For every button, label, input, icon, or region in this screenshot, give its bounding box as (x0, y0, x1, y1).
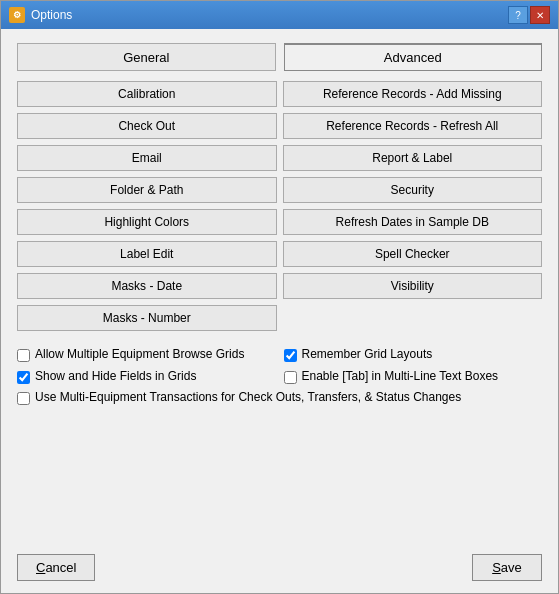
btn-report-label[interactable]: Report & Label (283, 145, 543, 171)
cancel-underline-char: C (36, 560, 45, 575)
checkbox-row-1: Allow Multiple Equipment Browse Grids Re… (17, 347, 542, 363)
tabs-row: General Advanced (17, 43, 542, 71)
footer: Cancel Save (1, 544, 558, 593)
close-button[interactable]: ✕ (530, 6, 550, 24)
save-underline-char: S (492, 560, 501, 575)
window-title: Options (31, 8, 508, 22)
help-button[interactable]: ? (508, 6, 528, 24)
multi-equipment-checkbox[interactable] (17, 392, 30, 405)
allow-multiple-checkbox[interactable] (17, 349, 30, 362)
btn-security[interactable]: Security (283, 177, 543, 203)
tab-advanced[interactable]: Advanced (284, 43, 543, 71)
checkboxes-section: Allow Multiple Equipment Browse Grids Re… (17, 347, 542, 406)
cancel-rest: ancel (45, 560, 76, 575)
cancel-button[interactable]: Cancel (17, 554, 95, 581)
btn-masks-number[interactable]: Masks - Number (17, 305, 277, 331)
checkbox-enable-tab[interactable]: Enable [Tab] in Multi-Line Text Boxes (284, 369, 543, 385)
btn-highlight-colors[interactable]: Highlight Colors (17, 209, 277, 235)
save-rest: ave (501, 560, 522, 575)
show-hide-label: Show and Hide Fields in Grids (35, 369, 196, 385)
checkbox-allow-multiple[interactable]: Allow Multiple Equipment Browse Grids (17, 347, 276, 363)
checkbox-multi-equipment[interactable]: Use Multi-Equipment Transactions for Che… (17, 390, 542, 406)
btn-spell-checker[interactable]: Spell Checker (283, 241, 543, 267)
window-icon: ⚙ (9, 7, 25, 23)
checkbox-show-hide[interactable]: Show and Hide Fields in Grids (17, 369, 276, 385)
btn-masks-date[interactable]: Masks - Date (17, 273, 277, 299)
content-area: General Advanced Calibration Reference R… (1, 29, 558, 544)
enable-tab-checkbox[interactable] (284, 371, 297, 384)
tab-general[interactable]: General (17, 43, 276, 71)
allow-multiple-label: Allow Multiple Equipment Browse Grids (35, 347, 244, 363)
title-bar-controls: ? ✕ (508, 6, 550, 24)
multi-equipment-label: Use Multi-Equipment Transactions for Che… (35, 390, 461, 406)
checkbox-row-2: Show and Hide Fields in Grids Enable [Ta… (17, 369, 542, 385)
show-hide-checkbox[interactable] (17, 371, 30, 384)
btn-ref-add-missing[interactable]: Reference Records - Add Missing (283, 81, 543, 107)
buttons-grid: Calibration Reference Records - Add Miss… (17, 81, 542, 331)
btn-refresh-dates[interactable]: Refresh Dates in Sample DB (283, 209, 543, 235)
options-window: ⚙ Options ? ✕ General Advanced Calibrati… (0, 0, 559, 594)
remember-grid-label: Remember Grid Layouts (302, 347, 433, 363)
title-bar: ⚙ Options ? ✕ (1, 1, 558, 29)
btn-calibration[interactable]: Calibration (17, 81, 277, 107)
remember-grid-checkbox[interactable] (284, 349, 297, 362)
btn-folder-path[interactable]: Folder & Path (17, 177, 277, 203)
btn-ref-refresh-all[interactable]: Reference Records - Refresh All (283, 113, 543, 139)
btn-visibility[interactable]: Visibility (283, 273, 543, 299)
save-button[interactable]: Save (472, 554, 542, 581)
checkbox-remember-grid[interactable]: Remember Grid Layouts (284, 347, 543, 363)
btn-label-edit[interactable]: Label Edit (17, 241, 277, 267)
btn-email[interactable]: Email (17, 145, 277, 171)
empty-cell (283, 305, 543, 331)
enable-tab-label: Enable [Tab] in Multi-Line Text Boxes (302, 369, 499, 385)
btn-check-out[interactable]: Check Out (17, 113, 277, 139)
